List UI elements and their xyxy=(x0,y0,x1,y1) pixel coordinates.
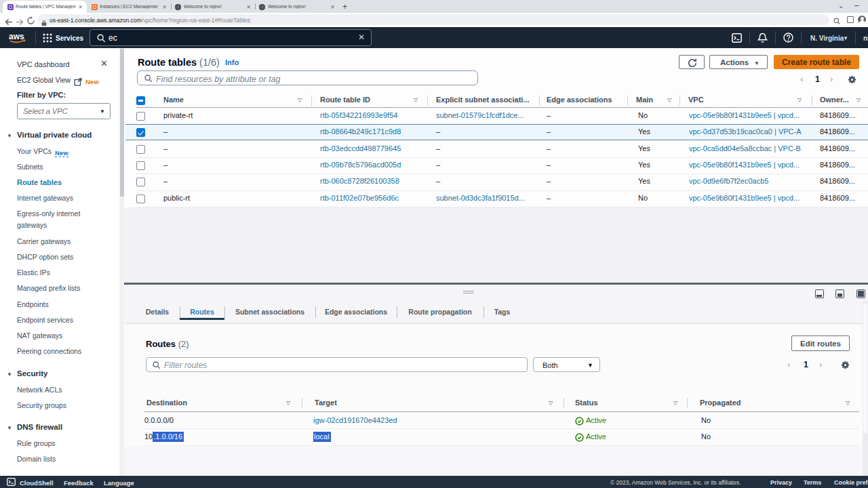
svg-text:aws: aws xyxy=(9,32,24,41)
